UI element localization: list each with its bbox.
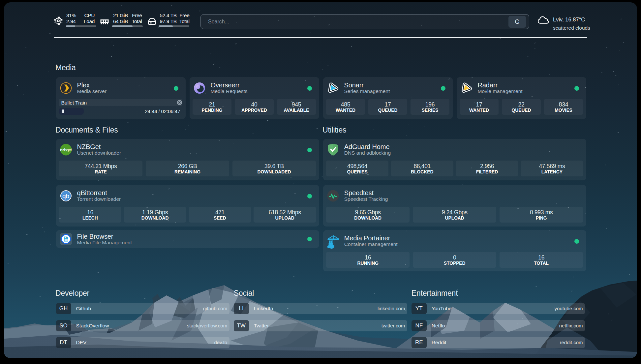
svg-text:nzbget: nzbget <box>60 148 72 152</box>
svg-text:qb: qb <box>62 193 69 199</box>
